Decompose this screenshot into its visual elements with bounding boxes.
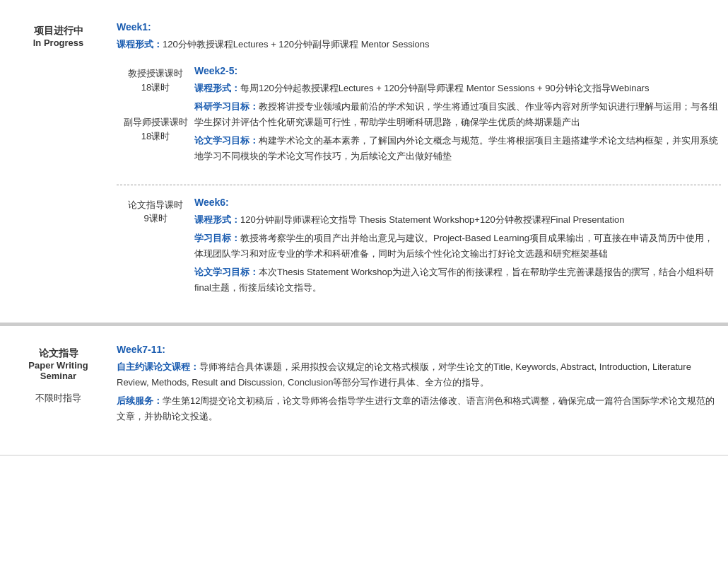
section2-title-en2: Seminar bbox=[7, 371, 110, 381]
week25-block: Week2-5: 课程形式：每周120分钟起教授课程Lectures + 120… bbox=[194, 65, 721, 164]
professor-hours: 18课时 bbox=[117, 81, 194, 95]
week25-sub-section: 教授授课课时 18课时 副导师授课课时 18课时 Week2-5: 课程形式：每… bbox=[117, 65, 721, 177]
week6-sub-section: 论文指导课时 9课时 Week6: 课程形式：120分钟副导师课程论文指导 Th… bbox=[117, 197, 721, 308]
week6-block: Week6: 课程形式：120分钟副导师课程论文指导 Thesis Statem… bbox=[194, 197, 721, 296]
week6-course: 课程形式：120分钟副导师课程论文指导 Thesis Statement Wor… bbox=[194, 212, 721, 228]
section2-title-en: Paper Writing bbox=[7, 360, 110, 371]
week711-block: Week7-11: 自主约课论文课程：导师将结合具体课题，采用拟投会议规定的论文… bbox=[117, 344, 721, 424]
week25-research: 科研学习目标：教授将讲授专业领域内最前沿的学术知识，学生将通过项目实践、作业等内… bbox=[194, 99, 721, 130]
week25-paper: 论文学习目标：构建学术论文的基本素养，了解国内外论文概念与规范。学生将根据项目主… bbox=[194, 133, 721, 164]
week25-research-text: 教授将讲授专业领域内最前沿的学术知识，学生将通过项目实践、作业等内容对所学知识进… bbox=[194, 101, 718, 127]
week711-self-label: 自主约课论文课程： bbox=[117, 361, 199, 372]
week25-sub-left: 教授授课课时 18课时 副导师授课课时 18课时 bbox=[117, 65, 194, 177]
week6-paper-label: 论文学习目标： bbox=[194, 267, 259, 277]
week6-sub-left: 论文指导课时 9课时 bbox=[117, 197, 194, 308]
section-right-in-progress: Week1: 课程形式：120分钟教授课程Lectures + 120分钟副导师… bbox=[110, 21, 721, 308]
week6-course-label: 课程形式： bbox=[194, 214, 240, 225]
week711-title: Week7-11: bbox=[117, 344, 721, 355]
section2-hours-label: 不限时指导 bbox=[7, 392, 110, 405]
week25-course: 课程形式：每周120分钟起教授课程Lectures + 120分钟副导师课程 M… bbox=[194, 81, 721, 96]
week6-sub-right: Week6: 课程形式：120分钟副导师课程论文指导 Thesis Statem… bbox=[194, 197, 721, 308]
week711-followup-label: 后续服务： bbox=[117, 395, 163, 406]
week6-study-text: 教授将考察学生的项目产出并给出意见与建议。Project-Based Learn… bbox=[194, 233, 713, 259]
week6-study-label: 学习目标： bbox=[194, 233, 240, 243]
mentor-hours: 18课时 bbox=[117, 129, 194, 144]
page-container: 项目进行中 In Progress Week1: 课程形式：120分钟教授课程L… bbox=[0, 0, 728, 463]
section-paper-writing: 论文指导 Paper Writing Seminar 不限时指导 Week7-1… bbox=[0, 326, 728, 455]
section-left-in-progress: 项目进行中 In Progress bbox=[7, 21, 110, 308]
week25-paper-label: 论文学习目标： bbox=[194, 135, 259, 146]
section-title-cn: 项目进行中 bbox=[7, 25, 110, 37]
week1-course-text: 120分钟教授课程Lectures + 120分钟副导师课程 Mentor Se… bbox=[163, 39, 430, 50]
week6-study: 学习目标：教授将考察学生的项目产出并给出意见与建议。Project-Based … bbox=[194, 231, 721, 262]
week711-self: 自主约课论文课程：导师将结合具体课题，采用拟投会议规定的论文格式模版，对学生论文… bbox=[117, 359, 721, 390]
paper-label: 论文指导课时 bbox=[117, 198, 194, 212]
section2-left: 论文指导 Paper Writing Seminar 不限时指导 bbox=[7, 344, 110, 437]
mentor-label: 副导师授课课时 bbox=[117, 115, 194, 129]
week6-title: Week6: bbox=[194, 197, 721, 208]
section2-title-cn: 论文指导 bbox=[7, 347, 110, 360]
week1-course-label: 课程形式： bbox=[117, 39, 163, 50]
week711-followup: 后续服务：学生第12周提交论文初稿后，论文导师将会指导学生进行文章的语法修改、语… bbox=[117, 393, 721, 424]
week711-followup-text: 学生第12周提交论文初稿后，论文导师将会指导学生进行文章的语法修改、语言润色和格… bbox=[117, 395, 715, 422]
professor-label: 教授授课课时 bbox=[117, 66, 194, 81]
week25-research-label: 科研学习目标： bbox=[194, 101, 259, 112]
week6-paper: 论文学习目标：本次Thesis Statement Workshop为进入论文写… bbox=[194, 265, 721, 296]
week25-paper-text: 构建学术论文的基本素养，了解国内外论文概念与规范。学生将根据项目主题搭建学术论文… bbox=[194, 135, 718, 161]
section-title-en: In Progress bbox=[7, 37, 110, 48]
week1-block: Week1: 课程形式：120分钟教授课程Lectures + 120分钟副导师… bbox=[117, 21, 721, 52]
paper-hours: 9课时 bbox=[117, 211, 194, 226]
week25-course-label: 课程形式： bbox=[194, 83, 240, 93]
section-in-progress: 项目进行中 In Progress Week1: 课程形式：120分钟教授课程L… bbox=[0, 7, 728, 323]
week711-self-text: 导师将结合具体课题，采用拟投会议规定的论文格式模版，对学生论文的Title, K… bbox=[117, 361, 691, 388]
week1-title: Week1: bbox=[117, 21, 721, 33]
week1-course: 课程形式：120分钟教授课程Lectures + 120分钟副导师课程 Ment… bbox=[117, 37, 721, 52]
week25-course-text: 每周120分钟起教授课程Lectures + 120分钟副导师课程 Mentor… bbox=[240, 83, 649, 93]
divider bbox=[117, 185, 721, 185]
week6-paper-text: 本次Thesis Statement Workshop为进入论文写作的衔接课程，… bbox=[194, 267, 714, 293]
week6-course-text: 120分钟副导师课程论文指导 Thesis Statement Workshop… bbox=[240, 214, 624, 225]
section2-right: Week7-11: 自主约课论文课程：导师将结合具体课题，采用拟投会议规定的论文… bbox=[110, 344, 721, 437]
week25-title: Week2-5: bbox=[194, 65, 721, 76]
week25-sub-right: Week2-5: 课程形式：每周120分钟起教授课程Lectures + 120… bbox=[194, 65, 721, 177]
